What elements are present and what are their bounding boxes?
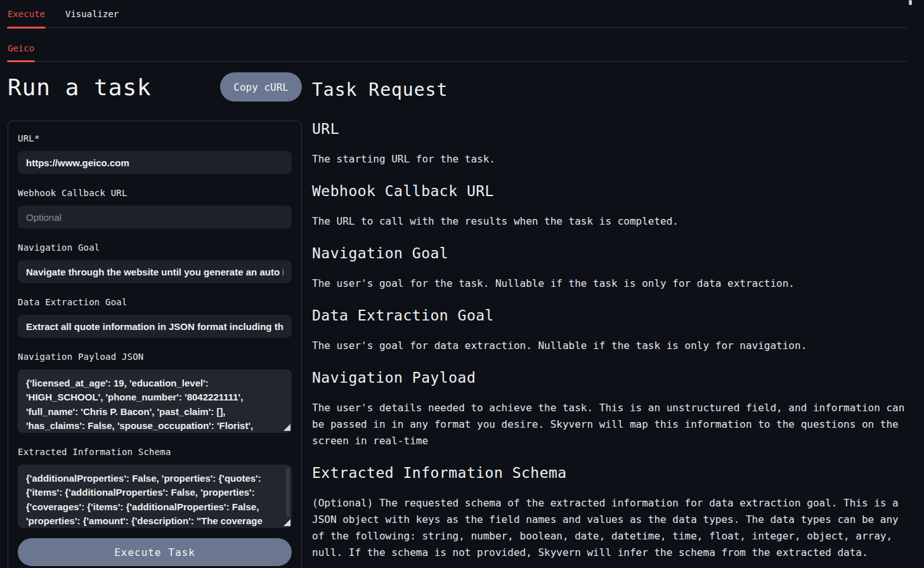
tab-execute[interactable]: Execute <box>8 9 45 27</box>
task-request-docs: Task Request URL The starting URL for th… <box>312 72 924 568</box>
webhook-input[interactable] <box>18 206 292 228</box>
sub-tab-bar: Geico <box>8 28 907 62</box>
doc-section-extracted-schema: Extracted Information Schema (Optional) … <box>312 465 924 561</box>
doc-heading: Extracted Information Schema <box>312 465 924 482</box>
docs-title: Task Request <box>312 79 924 100</box>
webhook-label: Webhook Callback URL <box>18 188 292 198</box>
url-field-group: URL* <box>18 133 292 174</box>
doc-description: The starting URL for the task. <box>312 151 908 168</box>
tab-visualizer[interactable]: Visualizer <box>65 9 119 27</box>
data-extraction-goal-field-group: Data Extraction Goal <box>18 297 292 338</box>
doc-description: The user's goal for data extraction. Nul… <box>312 338 908 354</box>
extracted-schema-textarea[interactable]: {'additionalProperties': False, 'propert… <box>18 465 292 528</box>
webhook-field-group: Webhook Callback URL <box>18 188 292 228</box>
data-extraction-goal-input[interactable] <box>18 315 292 338</box>
navigation-goal-field-group: Navigation Goal <box>18 242 292 283</box>
url-input[interactable] <box>18 151 292 174</box>
doc-section-navigation-goal: Navigation Goal The user's goal for the … <box>312 245 924 292</box>
task-form-card: URL* Webhook Callback URL Navigation Goa… <box>8 121 302 568</box>
doc-description: The user's goal for the task. Nullable i… <box>312 275 908 292</box>
navigation-payload-wrap: {'licensed_at_age': 19, 'education_level… <box>18 369 292 433</box>
extracted-schema-wrap: {'additionalProperties': False, 'propert… <box>18 465 292 528</box>
tab-geico[interactable]: Geico <box>8 43 34 61</box>
url-label: URL* <box>18 133 292 143</box>
doc-description: The user's details needed to achieve the… <box>312 400 908 449</box>
copy-curl-button[interactable]: Copy cURL <box>220 72 302 102</box>
doc-section-data-extraction-goal: Data Extraction Goal The user's goal for… <box>312 307 924 354</box>
main-content: Run a task Copy cURL URL* Webhook Callba… <box>0 62 924 568</box>
navigation-payload-textarea[interactable]: {'licensed_at_age': 19, 'education_level… <box>18 369 292 433</box>
doc-heading: URL <box>312 121 924 138</box>
doc-heading: Navigation Goal <box>312 245 924 262</box>
doc-description: The URL to call with the results when th… <box>312 213 908 230</box>
run-task-panel: Run a task Copy cURL URL* Webhook Callba… <box>8 72 302 568</box>
doc-description: (Optional) The requested schema of the e… <box>312 495 908 561</box>
navigation-payload-label: Navigation Payload JSON <box>18 352 292 362</box>
execute-task-button[interactable]: Execute Task <box>18 538 292 566</box>
top-tab-bar: Execute Visualizer <box>8 0 907 28</box>
page-title: Run a task <box>8 74 152 100</box>
doc-section-url: URL The starting URL for the task. <box>312 121 924 168</box>
page-scrollbar-thumb[interactable] <box>909 0 912 5</box>
doc-heading: Data Extraction Goal <box>312 307 924 324</box>
doc-heading: Webhook Callback URL <box>312 183 924 200</box>
data-extraction-goal-label: Data Extraction Goal <box>18 297 292 307</box>
navigation-goal-label: Navigation Goal <box>18 242 292 253</box>
extracted-schema-label: Extracted Information Schema <box>18 447 292 457</box>
navigation-payload-field-group: Navigation Payload JSON {'licensed_at_ag… <box>18 352 292 433</box>
doc-section-navigation-payload: Navigation Payload The user's details ne… <box>312 369 924 449</box>
run-task-header: Run a task Copy cURL <box>8 72 302 102</box>
navigation-goal-input[interactable] <box>18 260 292 283</box>
doc-section-webhook: Webhook Callback URL The URL to call wit… <box>312 183 924 230</box>
extracted-schema-field-group: Extracted Information Schema {'additiona… <box>18 447 292 528</box>
resize-handle-icon[interactable] <box>283 519 290 526</box>
resize-handle-icon[interactable] <box>283 424 290 431</box>
doc-heading: Navigation Payload <box>312 369 924 386</box>
textarea-scrollbar[interactable] <box>286 468 290 517</box>
